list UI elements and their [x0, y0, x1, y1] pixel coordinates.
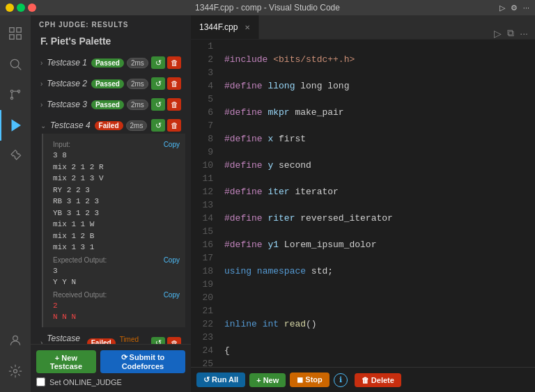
tc2-delete-btn[interactable]: 🗑	[167, 77, 181, 90]
tc5-rerun-btn[interactable]: ↺	[151, 337, 165, 345]
sidebar-footer: + New Testcase ⟳ Submit to Codeforces Se…	[31, 344, 191, 392]
svg-rect-3	[10, 35, 14, 39]
tc3-time: 2ms	[127, 100, 148, 110]
tc3-rerun-btn[interactable]: ↺	[151, 98, 165, 111]
activity-explorer[interactable]	[0, 18, 31, 49]
tab-filename: 1344F.cpp	[199, 22, 238, 32]
svg-rect-2	[17, 35, 21, 39]
tc4-expected-copy[interactable]: Copy	[164, 256, 180, 264]
chevron-right-icon: ›	[40, 59, 42, 67]
svg-line-5	[18, 67, 22, 70]
online-judge-row: Set ONLINE_JUDGE	[36, 377, 185, 386]
tc4-delete-btn[interactable]: 🗑	[167, 119, 181, 132]
online-judge-label: Set ONLINE_JUDGE	[49, 378, 122, 386]
tc3-actions: ↺ 🗑	[151, 98, 181, 111]
tc1-delete-btn[interactable]: 🗑	[167, 56, 181, 69]
svg-point-4	[10, 59, 19, 68]
testcase-list: › Testcase 1 Passed 2ms ↺ 🗑 › Testcase 2…	[31, 52, 191, 344]
testcase-1-header[interactable]: › Testcase 1 Passed 2ms ↺ 🗑	[36, 54, 185, 71]
stop-btn[interactable]: ◼ Stop	[290, 373, 329, 387]
tab-close-icon[interactable]: ✕	[245, 24, 250, 31]
testcase-3[interactable]: › Testcase 3 Passed 2ms ↺ 🗑	[31, 94, 191, 115]
info-btn[interactable]: ℹ	[334, 373, 348, 387]
tc3-label: Testcase 3	[47, 100, 87, 109]
svg-point-6	[10, 90, 13, 92]
tc4-actions: ↺ 🗑	[151, 119, 181, 132]
more-icon[interactable]: ···	[523, 3, 529, 12]
panel-title: F. Piet's Palette	[31, 31, 191, 52]
chevron-right-icon-5: ›	[40, 339, 42, 344]
svg-rect-0	[10, 28, 14, 32]
window-title: 1344F.cpp - comp - Visual Studio Code	[61, 3, 474, 13]
tc1-rerun-btn[interactable]: ↺	[151, 56, 165, 69]
debug-icon[interactable]: ⚙	[511, 3, 518, 13]
online-judge-checkbox[interactable]	[36, 377, 45, 386]
tc1-label: Testcase 1	[47, 58, 87, 68]
footer-buttons: + New Testcase ⟳ Submit to Codeforces	[36, 350, 185, 373]
testcase-4[interactable]: ⌄ Testcase 4 Failed 2ms ↺ 🗑 Input: Copy …	[31, 115, 191, 329]
titlebar-left	[6, 3, 61, 12]
testcase-4-header[interactable]: ⌄ Testcase 4 Failed 2ms ↺ 🗑	[36, 117, 185, 134]
submit-codeforces-btn[interactable]: ⟳ Submit to Codeforces	[100, 350, 185, 373]
close-btn[interactable]	[28, 3, 36, 12]
tc4-input-copy[interactable]: Copy	[164, 141, 180, 148]
tab-file[interactable]: 1344F.cpp ✕	[191, 15, 259, 39]
code-content: #include <bits/stdc++.h> #define llong l…	[219, 40, 535, 367]
new-testcase-btn[interactable]: + New Testcase	[36, 350, 96, 373]
tc5-actions: ↺ 🗑	[151, 337, 181, 345]
bottom-bar: ↺ Run All + New ◼ Stop ℹ 🗑 Delete	[191, 367, 535, 392]
run-all-btn[interactable]: ↺ Run All	[196, 373, 245, 387]
testcase-1[interactable]: › Testcase 1 Passed 2ms ↺ 🗑	[31, 52, 191, 73]
maximize-btn[interactable]	[17, 3, 25, 12]
testcase-3-header[interactable]: › Testcase 3 Passed 2ms ↺ 🗑	[36, 96, 185, 113]
delete-btn[interactable]: 🗑 Delete	[355, 373, 401, 387]
activity-account[interactable]	[0, 325, 31, 356]
tc1-time: 2ms	[127, 58, 148, 68]
svg-point-10	[13, 336, 18, 340]
tc4-time: 2ms	[126, 120, 148, 131]
tc3-delete-btn[interactable]: 🗑	[167, 98, 181, 111]
tab-actions: ▷ ⧉ ···	[494, 27, 535, 39]
tc2-time: 2ms	[127, 79, 148, 89]
activity-bottom	[0, 325, 31, 392]
editor-area: 1344F.cpp ✕ ▷ ⧉ ··· 12345 678910 1112131…	[191, 15, 535, 392]
testcase-2-header[interactable]: › Testcase 2 Passed 2ms ↺ 🗑	[36, 75, 185, 92]
split-icon[interactable]: ⧉	[507, 27, 514, 39]
tc5-status: Failed	[87, 338, 116, 344]
new-btn[interactable]: + New	[249, 373, 286, 387]
activity-search[interactable]	[0, 49, 31, 79]
run-icon[interactable]: ▷	[499, 3, 505, 13]
tc4-expanded: Input: Copy 3 8 mix 2 1 2 R mix 2 1 3 V …	[42, 134, 185, 327]
testcase-5[interactable]: › Testcase 5 Failed Timed Out ↺ 🗑	[31, 329, 191, 345]
activity-settings[interactable]	[0, 356, 31, 386]
tc4-rerun-btn[interactable]: ↺	[151, 119, 165, 132]
tc4-expected-label: Expected Output: Copy	[53, 256, 180, 264]
activity-debug[interactable]	[0, 110, 31, 141]
activity-extensions[interactable]	[0, 141, 31, 171]
testcase-5-header[interactable]: › Testcase 5 Failed Timed Out ↺ 🗑	[36, 331, 185, 345]
code-editor[interactable]: 12345 678910 1112131415 1617181920 21222…	[191, 40, 535, 367]
testcase-2[interactable]: › Testcase 2 Passed 2ms ↺ 🗑	[31, 73, 191, 94]
tc4-received-copy[interactable]: Copy	[164, 291, 180, 299]
tc2-rerun-btn[interactable]: ↺	[151, 77, 165, 90]
tc2-label: Testcase 2	[47, 79, 87, 88]
minimize-btn[interactable]	[6, 3, 14, 12]
tc3-status: Passed	[91, 100, 124, 109]
sidebar-header: CPH JUDGE: RESULTS	[31, 15, 191, 31]
tc4-expected-data: 3 Y Y N	[53, 265, 180, 288]
line-numbers: 12345 678910 1112131415 1617181920 21222…	[191, 40, 219, 367]
tc4-input-data: 3 8 mix 2 1 2 R mix 2 1 3 V RY 2 2 3 RB …	[53, 150, 180, 253]
tc4-status: Failed	[95, 121, 123, 130]
run-tab-icon[interactable]: ▷	[494, 28, 502, 39]
sidebar: CPH JUDGE: RESULTS F. Piet's Palette › T…	[31, 15, 191, 392]
titlebar: 1344F.cpp - comp - Visual Studio Code ▷ …	[0, 0, 535, 15]
more-tab-icon[interactable]: ···	[520, 28, 528, 39]
chevron-down-icon-4: ⌄	[40, 122, 46, 130]
svg-rect-1	[17, 28, 21, 32]
titlebar-right: ▷ ⚙ ···	[474, 3, 529, 13]
tc5-label: Testcase 5	[47, 334, 82, 345]
svg-point-11	[14, 370, 17, 373]
tc5-timedout: Timed Out	[120, 336, 148, 345]
activity-git[interactable]	[0, 79, 31, 110]
tc5-delete-btn[interactable]: 🗑	[167, 337, 181, 345]
